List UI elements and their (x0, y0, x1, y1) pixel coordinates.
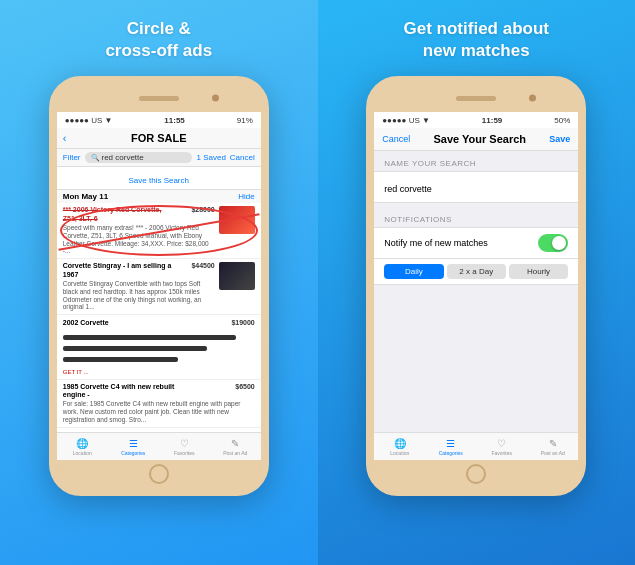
save-search-header: Cancel Save Your Search Save (374, 128, 578, 151)
table-row[interactable]: *** 2006 Victory Red Corvette, Z51, 3LT,… (57, 203, 261, 259)
camera-left (212, 95, 219, 102)
battery-left: 91% (237, 116, 253, 125)
tab-cat-label-right: Categories (439, 450, 463, 456)
section-date: Mon May 11 (63, 192, 108, 201)
home-button-right[interactable] (466, 464, 486, 484)
listing-desc-4: For sale: 1985 Corvette C4 with new rebu… (63, 400, 255, 423)
right-panel: Get notified aboutnew matches ●●●●● US ▼… (318, 0, 636, 565)
tab-bar-left: 🌐 Location ☰ Categories ♡ Favorites ✎ Po… (57, 432, 261, 460)
tab-post-ad[interactable]: ✎ Post an Ad (210, 433, 261, 460)
tab-favorites-right[interactable]: ♡ Favorites (476, 433, 527, 460)
listing-price-2: $44500 (191, 262, 214, 279)
right-panel-title: Get notified aboutnew matches (404, 18, 549, 62)
tab-categories-label: Categories (121, 450, 145, 456)
section-header: Mon May 11 Hide (57, 190, 261, 203)
favorites-icon: ♡ (180, 438, 189, 449)
notifications-section: NOTIFICATIONS Notify me of new matches D… (374, 207, 578, 285)
notify-toggle-row: Notify me of new matches (374, 227, 578, 259)
right-phone: ●●●●● US ▼ 11:59 50% Cancel Save Your Se… (366, 76, 586, 496)
freq-daily[interactable]: Daily (384, 264, 443, 279)
left-phone-screen: ●●●●● US ▼ 11:55 91% ‹ FOR SALE Filter 🔍… (57, 112, 261, 460)
tab-categories-right[interactable]: ☰ Categories (425, 433, 476, 460)
search-name-input[interactable]: red corvette (374, 171, 578, 203)
search-pill: 🔍 red corvette (85, 152, 193, 163)
notify-me-label: Notify me of new matches (384, 238, 488, 248)
home-button-left[interactable] (149, 464, 169, 484)
saved-count[interactable]: 1 Saved (196, 153, 225, 162)
save-button[interactable]: Save (549, 134, 570, 144)
table-row[interactable]: Corvette Stingray - I am selling a 1967 … (57, 259, 261, 315)
status-bar-right: ●●●●● US ▼ 11:59 50% (374, 112, 578, 128)
back-button[interactable]: ‹ (63, 132, 67, 144)
tab-bar-right: 🌐 Location ☰ Categories ♡ Favorites ✎ Po… (374, 432, 578, 460)
tab-location-right[interactable]: 🌐 Location (374, 433, 425, 460)
tab-favorites-label: Favorites (174, 450, 195, 456)
tab-location[interactable]: 🌐 Location (57, 433, 108, 460)
listing-title-1: *** 2006 Victory Red Corvette, Z51, 3LT,… (63, 206, 173, 223)
search-name-value: red corvette (384, 184, 432, 194)
redacted-bar-2 (63, 346, 207, 351)
tab-favorites[interactable]: ♡ Favorites (159, 433, 210, 460)
left-panel-title: Circle &cross-off ads (105, 18, 212, 62)
listing-price-3: $19000 (231, 319, 254, 327)
listing-title-2: Corvette Stingray - I am selling a 1967 (63, 262, 173, 279)
left-panel: Circle &cross-off ads ●●●●● US ▼ 11:55 9… (0, 0, 318, 565)
notify-toggle[interactable] (538, 234, 568, 252)
carrier-right: ●●●●● US ▼ (382, 116, 430, 125)
location-icon: 🌐 (76, 438, 88, 449)
post-ad-icon: ✎ (231, 438, 239, 449)
phone-top-bar-right (374, 84, 578, 112)
categories-icon-right: ☰ (446, 438, 455, 449)
tab-post-ad-label: Post an Ad (223, 450, 247, 456)
save-search-title: Save Your Search (433, 133, 526, 145)
listing-title-3: 2002 Corvette (63, 319, 109, 327)
hide-button[interactable]: Hide (238, 192, 254, 201)
table-row[interactable]: 1985 Corvette C4 with new rebuilt engine… (57, 380, 261, 428)
tab-categories[interactable]: ☰ Categories (108, 433, 159, 460)
categories-icon: ☰ (129, 438, 138, 449)
status-bar-left: ●●●●● US ▼ 11:55 91% (57, 112, 261, 128)
listing-price-4: $6500 (235, 383, 254, 400)
freq-2x-day[interactable]: 2 x a Day (447, 264, 506, 279)
speaker-left (139, 96, 179, 101)
save-search-body: NAME YOUR SEARCH red corvette NOTIFICATI… (374, 151, 578, 432)
listing-thumb-2 (219, 262, 255, 290)
location-icon-right: 🌐 (394, 438, 406, 449)
right-phone-screen: ●●●●● US ▼ 11:59 50% Cancel Save Your Se… (374, 112, 578, 460)
left-phone: ●●●●● US ▼ 11:55 91% ‹ FOR SALE Filter 🔍… (49, 76, 269, 496)
favorites-icon-right: ♡ (497, 438, 506, 449)
search-term: red corvette (101, 153, 143, 162)
nav-title-left: FOR SALE (131, 132, 187, 144)
phone-bottom-right (374, 460, 578, 488)
battery-right: 50% (554, 116, 570, 125)
tab-loc-label-right: Location (390, 450, 409, 456)
filter-bar: Filter 🔍 red corvette 1 Saved Cancel (57, 149, 261, 167)
listing-title-4: 1985 Corvette C4 with new rebuilt engine… (63, 383, 183, 400)
save-search-link[interactable]: Save this Search (129, 176, 189, 185)
speaker-right (456, 96, 496, 101)
phone-bottom-left (57, 460, 261, 488)
cancel-filter-button[interactable]: Cancel (230, 153, 255, 162)
tab-post-ad-right[interactable]: ✎ Post an Ad (527, 433, 578, 460)
nav-bar-left: ‹ FOR SALE (57, 128, 261, 149)
tab-location-label: Location (73, 450, 92, 456)
redacted-cta: GET IT ... (63, 369, 255, 375)
listing-price-1: $28000 (191, 206, 214, 223)
listing-desc-2: Corvette Stingray Convertible with two t… (63, 280, 215, 311)
name-section-label: NAME YOUR SEARCH (374, 151, 578, 171)
time-left: 11:55 (164, 116, 184, 125)
freq-hourly[interactable]: Hourly (509, 264, 568, 279)
phone-top-bar-left (57, 84, 261, 112)
camera-right (529, 95, 536, 102)
table-row[interactable]: 2002 Corvette $19000 GET IT ... (57, 315, 261, 379)
cancel-save-button[interactable]: Cancel (382, 134, 410, 144)
tab-fav-label-right: Favorites (491, 450, 512, 456)
listings-area: *** 2006 Victory Red Corvette, Z51, 3LT,… (57, 203, 261, 432)
listing-text-4: 1985 Corvette C4 with new rebuilt engine… (63, 383, 255, 424)
listing-desc-1: Speed with many extras! *** - 2006 Victo… (63, 224, 215, 255)
filter-button[interactable]: Filter (63, 153, 81, 162)
redacted-bar-3 (63, 357, 178, 362)
listing-text-1: *** 2006 Victory Red Corvette, Z51, 3LT,… (63, 206, 215, 255)
notifications-label: NOTIFICATIONS (374, 207, 578, 227)
post-ad-icon-right: ✎ (549, 438, 557, 449)
